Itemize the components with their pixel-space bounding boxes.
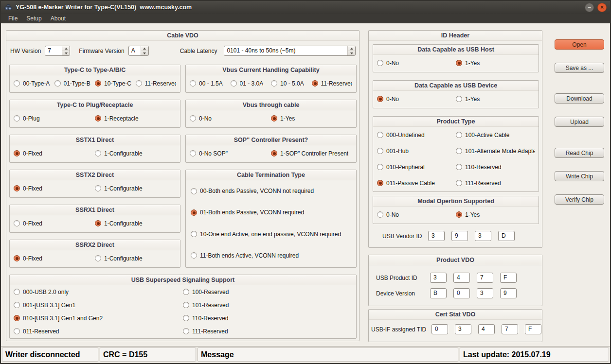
spin-up-icon[interactable] [141, 46, 148, 51]
radio-icon [191, 209, 197, 216]
radio-g_dev-1[interactable]: 1-Yes [456, 96, 535, 103]
radio-label: 1-Configurable [104, 220, 143, 227]
radio-g_sop-1[interactable]: 1-SOP" Controller Present [271, 150, 352, 157]
group-g_host: Data Capable as USB Host0-No1-Yes [373, 44, 539, 72]
radio-g_dev-0[interactable]: 0-No [377, 96, 456, 103]
radio-g_ptype-5[interactable]: 101-Alternate Mode Adapter [456, 143, 535, 159]
spin-down-icon[interactable] [62, 51, 70, 55]
device-version-digit-2[interactable]: 3 [477, 288, 493, 298]
radio-g_ssrx1-0[interactable]: 0-Fixed [14, 220, 95, 227]
spin-down-icon[interactable] [348, 51, 355, 55]
radio-g_ptype-7[interactable]: 111-Reserved [456, 175, 535, 191]
device-version-digit-3[interactable]: 9 [500, 288, 517, 298]
usb-vendor-id-digit-0[interactable]: 3 [428, 231, 445, 241]
radio-g_ss-0[interactable]: 000-USB 2.0 only [14, 285, 183, 298]
radio-g_vbuscur-0[interactable]: 00 - 1.5A [190, 80, 231, 87]
group-title: Cable Termination Type [186, 170, 356, 180]
radio-g_sstx1-1[interactable]: 1-Configurable [95, 150, 176, 157]
read-chip-button[interactable]: Read Chip [555, 148, 604, 158]
radio-g_ptype-0[interactable]: 000-Undefined [377, 127, 456, 143]
radio-icon [54, 80, 61, 87]
write-chip-button[interactable]: Write Chip [555, 171, 604, 181]
cable-latency-spinbox[interactable]: 0101 - 40ns to 50ns (~5m) [224, 46, 356, 56]
hw-version-spinbox[interactable]: 7 [45, 46, 70, 56]
radio-g_ss-4[interactable]: 100-Reserved [183, 285, 352, 298]
usb-product-id-digit-1[interactable]: 4 [453, 273, 470, 283]
device-version-digit-1[interactable]: 0 [453, 288, 470, 298]
radio-g_vbusthru-1[interactable]: 1-Yes [271, 115, 352, 122]
firmware-version-spinbox[interactable]: A [128, 46, 149, 56]
usb-if-tid-digit-4[interactable]: F [525, 324, 541, 334]
radio-g_vbuscur-1[interactable]: 01 - 3.0A [231, 80, 271, 87]
radio-g_ssrx1-1[interactable]: 1-Configurable [95, 220, 176, 227]
radio-g_sstx2-0[interactable]: 0-Fixed [14, 185, 95, 192]
usb-product-id-digit-2[interactable]: 7 [477, 273, 493, 283]
radio-g_ss-7[interactable]: 111-Reserved [183, 325, 352, 338]
radio-g_plug-0[interactable]: 0-Plug [14, 115, 95, 122]
usb-product-id-digit-3[interactable]: F [500, 273, 517, 283]
menu-file[interactable]: File [4, 14, 22, 23]
usb-if-tid-digit-0[interactable]: 0 [431, 324, 448, 334]
device-version-digit-0[interactable]: B [430, 288, 447, 298]
radio-g_sstx2-1[interactable]: 1-Configurable [95, 185, 176, 192]
radio-g_ptype-3[interactable]: 011-Passive Cable [377, 175, 456, 191]
radio-g_term-3[interactable]: 11-Both ends Active, VCONN required [191, 252, 351, 259]
radio-g_ptype-4[interactable]: 100-Active Cable [456, 127, 535, 143]
radio-g_host-0[interactable]: 0-No [377, 60, 456, 67]
radio-g_sop-0[interactable]: 0-No SOP" [190, 150, 271, 157]
radio-g_ptype-1[interactable]: 001-Hub [377, 143, 456, 159]
usb-if-tid-digit-2[interactable]: 4 [478, 324, 495, 334]
radio-g_typec-1[interactable]: 01-Type-B [54, 80, 95, 87]
radio-g_term-2[interactable]: 10-One end Active, one end passive, VCON… [191, 231, 351, 238]
radio-options: 00-Both ends Passive, VCONN not required… [186, 180, 356, 266]
verify-chip-button[interactable]: Verify Chip [555, 194, 604, 205]
usb-vendor-id-digit-2[interactable]: 3 [475, 231, 491, 241]
radio-g_ssrx2-1[interactable]: 1-Configurable [95, 255, 176, 262]
usb-if-tid-digit-1[interactable]: 3 [455, 324, 471, 334]
radio-label: 1-Configurable [104, 150, 143, 157]
main-area: Cable VDO HW Version 7 Firmware Version … [1, 23, 610, 346]
radio-g_vbusthru-0[interactable]: 0-No [190, 115, 271, 122]
usb-product-id-digit-0[interactable]: 3 [430, 273, 447, 283]
spin-down-icon[interactable] [141, 51, 148, 55]
radio-g_vbuscur-2[interactable]: 10 - 5.0A [271, 80, 312, 87]
radio-g_modal-0[interactable]: 0-No [377, 211, 456, 218]
radio-g_ss-5[interactable]: 101-Reserved [183, 298, 352, 312]
radio-g_ptype-2[interactable]: 010-Peripheral [377, 159, 456, 175]
radio-g_modal-1[interactable]: 1-Yes [456, 211, 535, 218]
close-button[interactable]: × [597, 3, 607, 12]
radio-g_plug-1[interactable]: 1-Receptacle [95, 115, 176, 122]
download-button[interactable]: Download [555, 93, 604, 104]
menu-about[interactable]: About [46, 14, 70, 23]
radio-g_host-1[interactable]: 1-Yes [456, 60, 535, 67]
radio-label: 000-Undefined [386, 132, 425, 139]
radio-g_ssrx2-0[interactable]: 0-Fixed [14, 255, 95, 262]
radio-g_term-0[interactable]: 00-Both ends Passive, VCONN not required [191, 188, 351, 194]
minimize-button[interactable]: − [585, 3, 594, 12]
spin-up-icon[interactable] [348, 46, 355, 51]
usb-vendor-id-digit-1[interactable]: 9 [451, 231, 468, 241]
radio-g_ss-6[interactable]: 110-Reserved [183, 312, 352, 325]
open-button[interactable]: Open [555, 39, 604, 50]
radio-g_typec-2[interactable]: 10-Type-C [95, 80, 136, 87]
radio-icon [456, 60, 462, 66]
group-g_sop: SOP" Controller Present?0-No SOP"1-SOP" … [185, 135, 357, 163]
radio-g_sstx1-0[interactable]: 0-Fixed [14, 150, 95, 157]
spin-up-icon[interactable] [62, 46, 70, 51]
radio-icon [191, 188, 197, 194]
radio-g_ptype-6[interactable]: 110-Reserved [456, 159, 535, 175]
radio-g_typec-3[interactable]: 11-Reserved [136, 80, 177, 87]
radio-g_term-1[interactable]: 01-Both ends Passive, VCONN required [191, 209, 351, 216]
radio-g_vbuscur-3[interactable]: 11-Reserved [312, 80, 353, 87]
save-as-button[interactable]: Save as ... [555, 63, 604, 73]
menu-setup[interactable]: Setup [22, 14, 46, 23]
upload-button[interactable]: Upload [555, 117, 604, 127]
radio-g_ss-3[interactable]: 011-Reserved [14, 325, 183, 338]
radio-g_ss-1[interactable]: 001-[USB 3.1] Gen1 [14, 298, 183, 312]
usb-vendor-id-digit-3[interactable]: D [498, 231, 515, 241]
radio-g_ss-2[interactable]: 010-[USB 3.1] Gen1 and Gen2 [14, 312, 183, 325]
radio-label: 11-Both ends Active, VCONN required [200, 252, 299, 259]
radio-g_typec-0[interactable]: 00-Type-A [14, 80, 54, 87]
usb-if-tid-digit-3[interactable]: 7 [502, 324, 518, 334]
radio-label: 101-Alternate Mode Adapter [465, 148, 535, 155]
